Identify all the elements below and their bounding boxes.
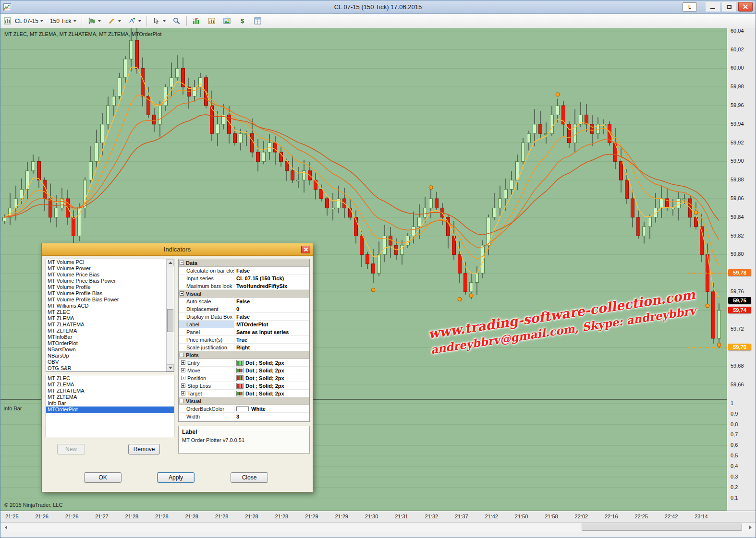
drawing-tools-dropdown[interactable] [104, 15, 124, 27]
dialog-title-bar[interactable]: Indicators [42, 243, 313, 256]
applied-indicator-item[interactable]: MTOrderPlot [46, 406, 174, 413]
strategies-button[interactable] [204, 15, 219, 27]
apply-button[interactable]: Apply [157, 472, 195, 483]
time-axis[interactable]: 21:2521:2621:2621:2721:2821:2821:2821:28… [0, 511, 756, 522]
collapse-icon[interactable] [180, 261, 184, 265]
horizontal-scrollbar[interactable] [0, 522, 756, 532]
applied-indicator-item[interactable]: MT ZLTEMA [46, 394, 174, 400]
property-value[interactable]: 3 [234, 413, 309, 420]
property-row[interactable]: MoveDot ; Solid; 2px [179, 367, 309, 374]
expand-icon[interactable] [181, 383, 185, 388]
property-value[interactable]: Dot ; Solid; 2px [234, 367, 309, 374]
available-indicator-item[interactable]: MT Volume Profile [46, 284, 174, 290]
cursor-dropdown[interactable] [149, 15, 169, 27]
expand-icon[interactable] [181, 360, 185, 365]
scrollbar-thumb[interactable] [582, 524, 742, 531]
minimize-button[interactable] [706, 2, 720, 12]
property-value[interactable]: 0 [234, 305, 309, 312]
available-indicator-item[interactable]: MT Williams ACD [46, 303, 174, 309]
price-axis[interactable]: 60,0460,0260,0059,9859,9659,9459,9259,90… [727, 28, 756, 511]
available-indicator-item[interactable]: MT Volume Profile Bias Power [46, 297, 174, 303]
property-value[interactable]: Right [234, 344, 309, 351]
available-indicator-item[interactable]: MTInfoBar [46, 334, 174, 340]
account-button[interactable]: $ [235, 15, 250, 27]
applied-indicator-item[interactable]: MT ZLEMA [46, 382, 174, 388]
property-row[interactable]: PanelSame as input series [179, 328, 309, 336]
property-value[interactable]: Dot ; Solid; 2px [234, 382, 309, 389]
available-indicator-item[interactable]: MT ZLEC [46, 309, 174, 315]
property-section-header[interactable]: Visual [179, 397, 309, 405]
remove-button[interactable]: Remove [128, 444, 160, 454]
available-indicator-item[interactable]: OBV [46, 359, 174, 365]
property-row[interactable]: Maximum bars look baTwoHundredFiftySix [179, 282, 309, 290]
chart-style-dropdown[interactable] [84, 15, 104, 27]
applied-indicators-list[interactable]: MT ZLECMT ZLEMAMT ZLHATEMAMT ZLTEMAInfo … [46, 375, 174, 437]
list-scrollbar[interactable] [166, 259, 174, 371]
property-value[interactable]: MTOrderPlot [234, 321, 309, 328]
property-row[interactable]: EntryDot ; Solid; 2px [179, 359, 309, 367]
link-button[interactable]: L [683, 2, 697, 12]
available-indicator-item[interactable]: MT Volume Profile Bias [46, 290, 174, 297]
expand-icon[interactable] [181, 376, 185, 380]
interval-dropdown[interactable]: 150 Tick [47, 16, 80, 26]
property-row[interactable]: Price marker(s)True [179, 336, 309, 344]
marker-add-dropdown[interactable] [124, 15, 145, 27]
snapshot-button[interactable] [219, 15, 235, 27]
ok-button[interactable]: OK [84, 472, 122, 483]
available-indicator-item[interactable]: NBarsUp [46, 353, 174, 359]
property-section-header[interactable]: Plots [179, 351, 309, 359]
dialog-close-button[interactable] [301, 246, 310, 253]
scroll-up-button[interactable] [167, 259, 174, 266]
property-value[interactable]: Dot ; Solid; 2px [234, 359, 309, 366]
available-indicator-item[interactable]: MT Volume Power [46, 265, 174, 272]
property-value[interactable]: CL 07-15 (150 Tick) [234, 275, 309, 282]
property-value[interactable]: White [234, 405, 309, 412]
data-panel-button[interactable] [250, 15, 266, 27]
scroll-right-button[interactable] [746, 524, 755, 531]
available-indicator-item[interactable]: MT Volume PCI [46, 259, 174, 265]
property-row[interactable]: Width3 [179, 413, 309, 420]
new-button[interactable]: New [57, 444, 85, 454]
property-value[interactable]: False [234, 298, 309, 305]
property-row[interactable]: TargetDot ; Solid; 2px [179, 390, 309, 397]
scrollbar-thumb[interactable] [167, 309, 173, 332]
available-indicator-item[interactable]: MT ZLEMA [46, 315, 174, 322]
property-value[interactable]: False [234, 267, 309, 274]
properties-grid[interactable]: DataCalculate on bar closeFalseInput ser… [178, 259, 310, 422]
property-row[interactable]: Display in Data BoxFalse [179, 313, 309, 321]
property-row[interactable]: Auto scaleFalse [179, 298, 309, 305]
title-bar[interactable]: CL 07-15 (150 Tick) 17.06.2015 L [0, 0, 756, 14]
property-value[interactable]: True [234, 336, 309, 343]
property-value[interactable]: TwoHundredFiftySix [234, 282, 309, 289]
applied-indicator-item[interactable]: Info Bar [46, 400, 174, 406]
applied-indicator-item[interactable]: MT ZLEC [46, 375, 174, 382]
expand-icon[interactable] [181, 368, 185, 372]
zoom-button[interactable] [169, 15, 184, 27]
scroll-left-button[interactable] [1, 524, 10, 531]
property-value[interactable]: Dot ; Solid; 2px [234, 374, 309, 382]
property-value[interactable]: False [234, 313, 309, 320]
available-indicator-item[interactable]: MT Volume Price Bias [46, 272, 174, 278]
scroll-down-button[interactable] [167, 364, 174, 371]
close-button[interactable]: Close [231, 472, 268, 483]
property-row[interactable]: Input seriesCL 07-15 (150 Tick) [179, 275, 309, 282]
available-indicator-item[interactable]: MTOrderPlot [46, 340, 174, 347]
window-close-button[interactable] [738, 2, 753, 12]
property-row[interactable]: LabelMTOrderPlot [179, 321, 309, 328]
maximize-button[interactable] [722, 2, 736, 12]
property-row[interactable]: PositionDot ; Solid; 2px [179, 374, 309, 382]
available-indicator-item[interactable]: MT Volume Price Bias Power [46, 278, 174, 284]
collapse-icon[interactable] [180, 399, 184, 403]
property-row[interactable]: Calculate on bar closeFalse [179, 267, 309, 275]
available-indicator-item[interactable]: MT ZLHATEMA [46, 322, 174, 328]
available-indicators-list[interactable]: MT Volume PCIMT Volume PowerMT Volume Pr… [46, 259, 174, 372]
indicators-button[interactable] [189, 15, 204, 27]
available-indicator-item[interactable]: NBarsDown [46, 347, 174, 353]
property-value[interactable]: Dot ; Solid; 2px [234, 390, 309, 397]
collapse-icon[interactable] [180, 353, 184, 357]
property-row[interactable]: Displacement0 [179, 305, 309, 313]
available-indicator-item[interactable]: MT ZLTEMA [46, 328, 174, 334]
property-section-header[interactable]: Visual [179, 290, 309, 298]
property-value[interactable]: Same as input series [234, 328, 309, 335]
applied-indicator-item[interactable]: MT ZLHATEMA [46, 388, 174, 394]
